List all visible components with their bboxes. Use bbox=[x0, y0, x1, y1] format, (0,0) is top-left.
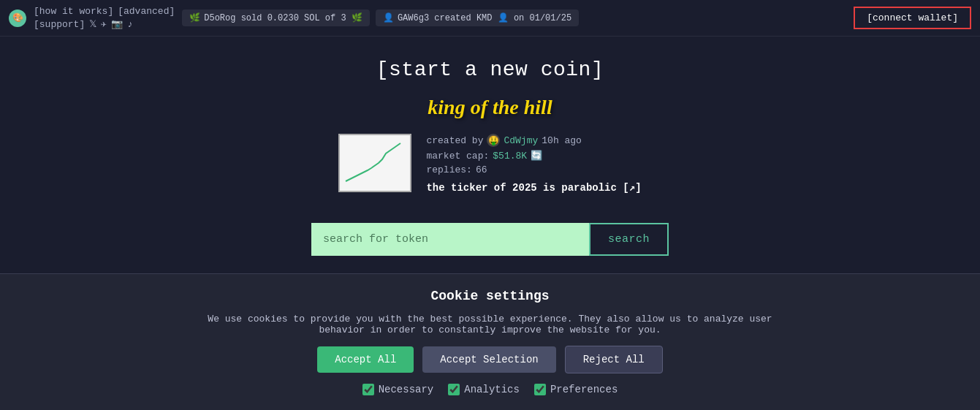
creator-emoji: 🤑 bbox=[487, 134, 500, 147]
checkbox-preferences-label[interactable]: Preferences bbox=[534, 384, 618, 395]
header: 🎨 [how it works] [advanced] [support] 𝕏 … bbox=[0, 0, 980, 37]
ticker-item-1-text: D5oRog sold 0.0230 SOL of 3 🌿 bbox=[204, 12, 362, 23]
ticker-item-2-text: GAW6g3 created KMD 👤 on 01/01/25 bbox=[398, 12, 571, 23]
search-button[interactable]: search bbox=[589, 223, 669, 256]
creator-name[interactable]: CdWjmy bbox=[504, 135, 538, 146]
checkbox-analytics-text: Analytics bbox=[464, 384, 520, 395]
accept-all-button[interactable]: Accept All bbox=[317, 346, 414, 373]
featured-coin: created by 🤑 CdWjmy 10h ago market cap: … bbox=[338, 134, 641, 194]
cookie-buttons: Accept All Accept Selection Reject All bbox=[317, 346, 662, 373]
search-container: search bbox=[311, 223, 669, 256]
cookie-title: Cookie settings bbox=[430, 289, 549, 303]
replies-label: replies: bbox=[426, 164, 471, 175]
market-cap-emoji: 🔄 bbox=[531, 150, 542, 162]
advanced-link[interactable]: [advanced] bbox=[118, 6, 175, 17]
ticker-item-2-avatar: 👤 bbox=[383, 12, 394, 23]
reject-all-button[interactable]: Reject All bbox=[565, 346, 663, 373]
coin-thumbnail[interactable] bbox=[338, 134, 411, 192]
king-of-hill-title: king of the hill bbox=[428, 96, 552, 119]
checkbox-preferences-text: Preferences bbox=[550, 384, 618, 395]
cookie-checkboxes: Necessary Analytics Preferences bbox=[362, 384, 618, 395]
ticker-item-2: 👤 GAW6g3 created KMD 👤 on 01/01/25 bbox=[376, 10, 579, 26]
checkbox-preferences[interactable] bbox=[534, 384, 546, 395]
instagram-icon[interactable]: 📷 bbox=[111, 18, 123, 30]
how-it-works-link[interactable]: [how it works] bbox=[34, 6, 113, 17]
cookie-banner: Cookie settings We use cookies to provid… bbox=[0, 273, 980, 410]
search-input[interactable] bbox=[311, 223, 589, 256]
main-content: [start a new coin] king of the hill crea… bbox=[0, 37, 980, 285]
connect-wallet-button[interactable]: [connect wallet] bbox=[854, 7, 971, 29]
tiktok-icon[interactable]: ♪ bbox=[127, 19, 133, 30]
header-left: [how it works] [advanced] [support] 𝕏 ✈ … bbox=[34, 6, 175, 30]
market-cap-label: market cap: bbox=[426, 151, 489, 162]
coin-created-row: created by 🤑 CdWjmy 10h ago bbox=[426, 134, 641, 147]
coin-replies-row: replies: 66 bbox=[426, 164, 641, 175]
coin-market-cap-row: market cap: $51.8K 🔄 bbox=[426, 150, 641, 162]
coin-description: the ticker of 2025 is parabolic [↗] bbox=[426, 181, 641, 194]
cookie-description: We use cookies to provide you with the b… bbox=[198, 314, 783, 335]
checkbox-analytics-label[interactable]: Analytics bbox=[448, 384, 520, 395]
twitter-icon[interactable]: 𝕏 bbox=[89, 18, 96, 30]
created-by-label: created by bbox=[426, 135, 483, 146]
checkbox-necessary[interactable] bbox=[362, 384, 374, 395]
ticker-scroll: 🌿 D5oRog sold 0.0230 SOL of 3 🌿 👤 GAW6g3… bbox=[182, 10, 846, 26]
logo-icon[interactable]: 🎨 bbox=[9, 10, 26, 27]
ticker-item-1: 🌿 D5oRog sold 0.0230 SOL of 3 🌿 bbox=[182, 10, 370, 26]
coin-info: created by 🤑 CdWjmy 10h ago market cap: … bbox=[426, 134, 641, 194]
accept-selection-button[interactable]: Accept Selection bbox=[422, 346, 555, 373]
checkbox-analytics[interactable] bbox=[448, 384, 460, 395]
checkbox-necessary-label[interactable]: Necessary bbox=[362, 384, 434, 395]
checkbox-necessary-text: Necessary bbox=[379, 384, 434, 395]
market-cap-value: $51.8K bbox=[493, 151, 527, 162]
support-link[interactable]: [support] bbox=[34, 19, 85, 30]
telegram-icon[interactable]: ✈ bbox=[101, 18, 107, 30]
time-ago: 10h ago bbox=[542, 135, 582, 146]
start-coin-title[interactable]: [start a new coin] bbox=[376, 58, 604, 81]
replies-count: 66 bbox=[476, 164, 487, 175]
ticker-item-1-emoji: 🌿 bbox=[189, 12, 200, 23]
